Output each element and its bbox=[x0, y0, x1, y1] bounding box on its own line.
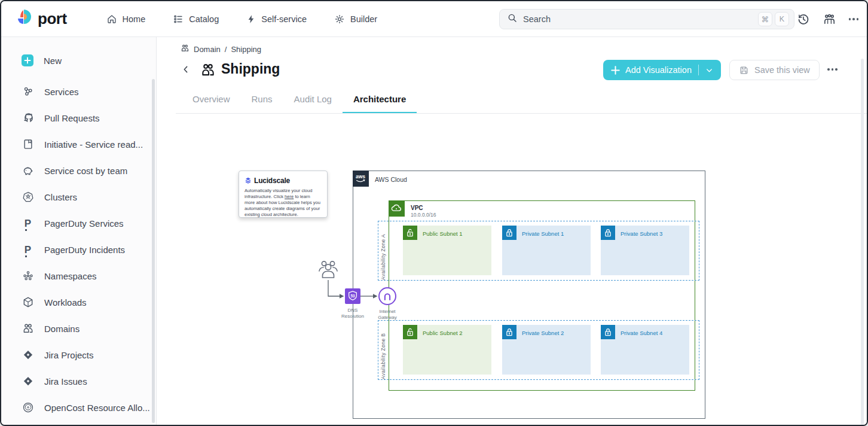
subnet-public-1: Public Subnet 1 bbox=[403, 226, 491, 275]
internet-gateway-icon bbox=[378, 287, 396, 305]
subnet-label: Public Subnet 2 bbox=[423, 330, 463, 336]
svg-text:aws: aws bbox=[356, 174, 365, 179]
aws-cloud-label: AWS Cloud bbox=[375, 176, 407, 183]
architecture-diagram: Lucidscale Automatically visualize your … bbox=[1, 1, 867, 425]
subnet-private-4: Private Subnet 4 bbox=[601, 325, 689, 375]
lock-icon bbox=[502, 325, 516, 339]
dns-resolution-label: DNSResolution bbox=[334, 308, 372, 320]
zone-b-label: Availability Zone B bbox=[380, 321, 386, 379]
lock-icon bbox=[601, 325, 615, 339]
open-lock-icon bbox=[403, 226, 417, 240]
subnet-label: Private Subnet 2 bbox=[522, 330, 564, 336]
subnet-label: Public Subnet 1 bbox=[423, 230, 463, 237]
vpc-icon bbox=[389, 200, 405, 217]
route53-dns-icon: 53 bbox=[345, 288, 360, 304]
zone-a-label: Availability Zone A bbox=[380, 221, 386, 280]
svg-text:53: 53 bbox=[350, 294, 355, 298]
users-icon bbox=[317, 258, 340, 284]
subnet-label: Private Subnet 3 bbox=[621, 230, 662, 237]
internet-gateway-label: InternetGateway bbox=[368, 309, 407, 321]
subnet-label: Private Subnet 4 bbox=[621, 330, 662, 336]
subnet-public-2: Public Subnet 2 bbox=[403, 325, 491, 375]
lock-icon bbox=[502, 226, 516, 240]
lucidscale-here-link[interactable]: here bbox=[285, 194, 294, 199]
lucidscale-body: Automatically visualize your cloud infra… bbox=[244, 188, 322, 218]
subnet-private-2: Private Subnet 2 bbox=[502, 325, 591, 375]
lucidscale-title: Lucidscale bbox=[254, 177, 290, 185]
lucidscale-logo-icon bbox=[244, 175, 252, 186]
vpc-label: VPC bbox=[411, 205, 423, 211]
subnet-private-1: Private Subnet 1 bbox=[502, 226, 591, 275]
vpc-cidr: 10.0.0.0/16 bbox=[411, 212, 436, 218]
lucidscale-card: Lucidscale Automatically visualize your … bbox=[239, 171, 328, 218]
lock-icon bbox=[601, 226, 615, 240]
open-lock-icon bbox=[403, 325, 417, 339]
subnet-label: Private Subnet 1 bbox=[522, 230, 564, 237]
app-window: port Home Catalog Self-service Builder S… bbox=[0, 0, 868, 426]
aws-logo-icon: aws bbox=[353, 171, 369, 187]
subnet-private-3: Private Subnet 3 bbox=[601, 226, 689, 275]
